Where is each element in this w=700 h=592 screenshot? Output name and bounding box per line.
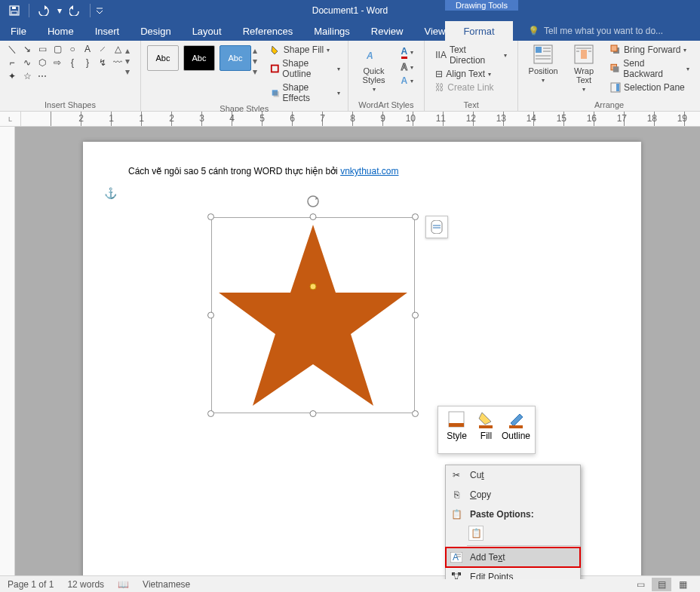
group-label: Text [429, 100, 513, 111]
web-layout-button[interactable]: ▦ [673, 578, 692, 591]
freeform-icon[interactable]: ⟋ [97, 44, 109, 54]
tab-layout[interactable]: Layout [182, 21, 232, 41]
shapes-gallery[interactable]: ＼ ↘ ▭ ▢ ○ A ⟋ △ ⌐ ∿ ⬡ ⇨ { } ↯ 〰 ✦ ☆ ⋯ [5, 42, 125, 83]
brace-icon[interactable]: { [66, 57, 78, 68]
undo-dropdown[interactable]: ▾ [55, 2, 64, 20]
align-text-dropdown[interactable]: ⊟Align Text▾ [432, 68, 510, 80]
resize-handle-b[interactable] [310, 410, 317, 417]
position-button[interactable]: Position▾ [523, 42, 563, 85]
tab-design[interactable]: Design [130, 21, 181, 41]
selection-pane-button[interactable]: Selection Pane [607, 81, 692, 94]
svg-text:A: A [366, 51, 373, 61]
send-backward-dropdown[interactable]: Send Backward▾ [607, 57, 692, 80]
tab-references[interactable]: References [232, 21, 303, 41]
oval-icon[interactable]: ○ [66, 44, 78, 54]
star4-icon[interactable]: ✦ [6, 71, 18, 81]
print-layout-button[interactable]: ▤ [652, 578, 671, 591]
layout-options-button[interactable] [425, 216, 448, 238]
arrow-icon[interactable]: ↘ [21, 44, 33, 54]
style-gallery-expand[interactable]: ▴▾▾ [253, 42, 262, 80]
paste-picture-button[interactable]: 📋 [468, 526, 484, 541]
contextual-tab-group: Drawing Tools [445, 0, 518, 11]
hexagon-icon[interactable]: ⬡ [36, 57, 48, 68]
resize-handle-tr[interactable] [412, 213, 419, 220]
rounded-rect-icon[interactable]: ▢ [51, 44, 63, 54]
shape-style-gallery[interactable]: Abc Abc Abc [146, 42, 253, 74]
shapes-gallery-expand[interactable]: ▴▾▾ [125, 42, 136, 80]
shape-fill-dropdown[interactable]: Shape Fill▾ [267, 44, 343, 56]
qat-customize[interactable] [95, 2, 104, 20]
text-direction-dropdown[interactable]: IIAText Direction▾ [432, 44, 510, 66]
menu-cut[interactable]: ✂Cut [446, 465, 580, 485]
tab-home[interactable]: Home [37, 21, 84, 41]
arrow-right-icon[interactable]: ⇨ [51, 57, 63, 68]
triangle-icon[interactable]: △ [112, 44, 124, 54]
page-indicator[interactable]: Page 1 of 1 [8, 579, 54, 590]
mini-outline-button[interactable]: Outline [502, 409, 530, 450]
wrap-text-button[interactable]: Wrap Text▾ [563, 42, 604, 94]
text-direction-icon: IIA [435, 50, 447, 60]
hyperlink[interactable]: vnkythuat.com [340, 166, 398, 176]
resize-handle-t[interactable] [310, 213, 317, 220]
resize-handle-r[interactable] [412, 312, 419, 319]
link-icon: ⛓ [435, 82, 444, 93]
brace-r-icon[interactable]: } [81, 57, 94, 68]
resize-handle-bl[interactable] [207, 410, 214, 417]
elbow-icon[interactable]: ⌐ [6, 57, 18, 68]
resize-handle-l[interactable] [207, 312, 214, 319]
group-label: WordArt Styles [353, 100, 420, 111]
mini-fill-button[interactable]: Fill [472, 409, 500, 450]
document-area[interactable]: Cách vẽ ngôi sao 5 cánh trong WORD thực … [15, 127, 700, 579]
line-icon[interactable]: ＼ [6, 44, 18, 54]
read-mode-button[interactable]: ▭ [631, 578, 650, 591]
menu-edit-points[interactable]: Edit Points [446, 567, 580, 579]
tab-review[interactable]: Review [361, 21, 414, 41]
style-preset-2[interactable]: Abc [183, 45, 215, 71]
resize-handle-tl[interactable] [207, 213, 214, 220]
textbox-icon[interactable]: A [81, 44, 94, 54]
label: Shape Outline [282, 58, 333, 79]
horizontal-ruler[interactable]: L 21 123 456 789 101112 131415 161718 19 [0, 112, 700, 127]
resize-handle-br[interactable] [412, 410, 419, 417]
tab-mailings[interactable]: Mailings [303, 21, 361, 41]
text-fill-dropdown[interactable]: A▾ [398, 45, 417, 60]
shape-effects-dropdown[interactable]: Shape Effects▾ [267, 81, 343, 104]
quick-styles-button[interactable]: A Quick Styles▾ [353, 42, 395, 94]
tab-file[interactable]: File [0, 21, 37, 41]
paste-icon: 📋 [449, 507, 464, 522]
document-text[interactable]: Cách vẽ ngôi sao 5 cánh trong WORD thực … [128, 164, 596, 177]
undo-button[interactable] [34, 2, 54, 20]
star5-icon[interactable]: ☆ [21, 71, 33, 81]
proofing-icon[interactable]: 📖 [118, 579, 129, 590]
shape-outline-dropdown[interactable]: Shape Outline▾ [267, 57, 343, 80]
quick-access-toolbar: ▾ [0, 0, 109, 21]
rect-icon[interactable]: ▭ [36, 44, 48, 54]
vertical-ruler[interactable] [0, 127, 15, 579]
tab-insert[interactable]: Insert [84, 21, 130, 41]
group-shape-styles: Abc Abc Abc ▴▾▾ Shape Fill▾ Shape Outlin… [141, 41, 348, 111]
scribble-icon[interactable]: 〰 [112, 57, 124, 68]
rotation-handle[interactable] [306, 195, 320, 208]
text-effects-dropdown[interactable]: A▾ [398, 75, 417, 87]
tab-format[interactable]: Format [445, 21, 513, 41]
label: Bring Forward [624, 44, 680, 55]
mini-style-button[interactable]: Style [443, 409, 471, 450]
curve-icon[interactable]: ∿ [21, 57, 33, 68]
tell-me-search[interactable]: 💡 Tell me what you want to do... [528, 21, 663, 41]
svg-rect-9 [536, 47, 542, 53]
more-shapes-icon[interactable]: ⋯ [36, 71, 48, 81]
cut-icon: ✂ [449, 468, 464, 483]
selected-shape[interactable] [211, 217, 415, 413]
menu-copy[interactable]: ⎘Copy [446, 485, 580, 505]
menu-add-text[interactable]: AAdd Text [446, 548, 580, 567]
word-count[interactable]: 12 words [67, 579, 104, 590]
redo-button[interactable] [66, 2, 85, 20]
language-indicator[interactable]: Vietnamese [143, 579, 190, 590]
style-preset-3[interactable]: Abc [220, 45, 251, 71]
style-preset-1[interactable]: Abc [147, 45, 179, 71]
connector-icon[interactable]: ↯ [97, 57, 109, 68]
save-button[interactable] [5, 2, 24, 20]
group-insert-shapes: ＼ ↘ ▭ ▢ ○ A ⟋ △ ⌐ ∿ ⬡ ⇨ { } ↯ 〰 ✦ ☆ ⋯ ▴▾… [0, 41, 141, 111]
bring-forward-dropdown[interactable]: Bring Forward▾ [607, 44, 692, 56]
text-outline-dropdown[interactable]: A▾ [398, 61, 417, 73]
